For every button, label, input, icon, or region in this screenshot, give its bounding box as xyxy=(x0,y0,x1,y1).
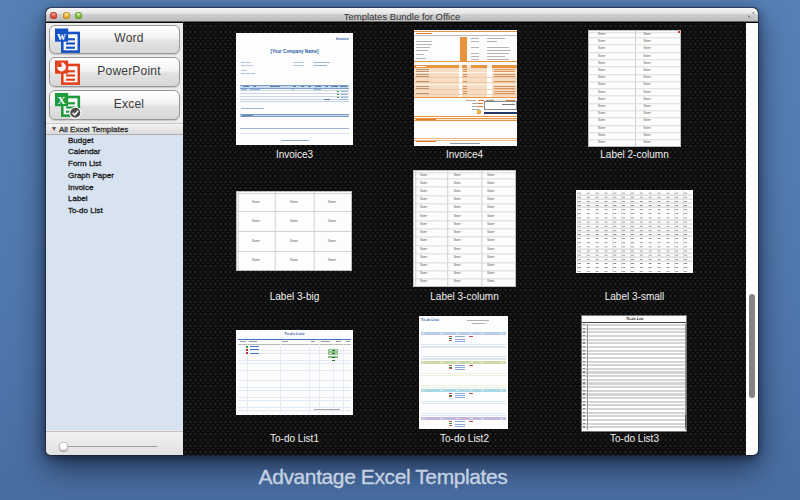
svg-text:w: w xyxy=(57,29,66,43)
svg-text:X: X xyxy=(58,94,66,106)
